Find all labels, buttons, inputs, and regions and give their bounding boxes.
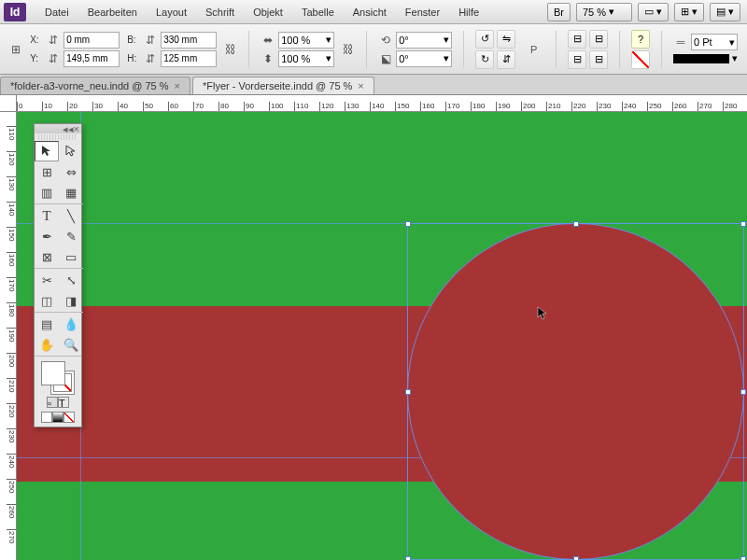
selection-handle[interactable]: [405, 221, 411, 227]
selection-handle[interactable]: [740, 221, 746, 227]
tools-panel[interactable]: ◂◂ × ⊞ ⇔ ▥ ▦ T ╲ ✒ ✎ ⊠ ▭ ✂ ⤡ ◫ ◨ ▤ 💧 ✋ 🔍…: [34, 123, 82, 427]
arrange-icon: ⊞: [681, 6, 689, 18]
stroke-style-dropdown[interactable]: [673, 54, 729, 63]
y-input[interactable]: [63, 50, 120, 67]
rotate-ccw-button[interactable]: ↺: [475, 30, 494, 49]
stepper-icon[interactable]: ⇵: [46, 51, 61, 66]
selection-handle[interactable]: [405, 556, 411, 560]
selection-handle[interactable]: [740, 389, 746, 395]
menu-layout[interactable]: Layout: [147, 3, 196, 21]
align-icon-3[interactable]: ⊟: [568, 50, 586, 69]
p-label: P: [530, 44, 537, 55]
page-tool[interactable]: ⊞: [35, 161, 59, 182]
gradient-feather-tool[interactable]: ◨: [59, 290, 83, 311]
selection-handle[interactable]: [740, 556, 746, 560]
stepper-icon[interactable]: ⇵: [143, 51, 158, 66]
ruler-tick: 30: [92, 102, 103, 111]
vertical-ruler[interactable]: 0 110 120 130 140 150 160 170 180 190 20…: [0, 112, 17, 560]
zoom-tool[interactable]: 🔍: [59, 334, 83, 355]
apply-none-button[interactable]: [63, 412, 75, 423]
hand-tool[interactable]: ✋: [35, 334, 59, 355]
selection-tool[interactable]: [35, 141, 59, 161]
menu-table[interactable]: Tabelle: [292, 3, 344, 21]
constrain-icon[interactable]: ⛓: [224, 42, 237, 57]
pen-tool[interactable]: ✒: [35, 226, 59, 246]
flip-h-button[interactable]: ⇋: [497, 30, 515, 49]
constrain-scale-icon[interactable]: ⛓: [342, 42, 355, 57]
align-icon-2[interactable]: ⊟: [589, 30, 608, 49]
panel-header[interactable]: ◂◂ ×: [35, 124, 81, 133]
ruler-origin[interactable]: [0, 95, 17, 112]
close-icon[interactable]: ×: [175, 80, 180, 91]
close-icon[interactable]: ×: [74, 123, 79, 134]
menu-file[interactable]: Datei: [35, 3, 78, 21]
flip-v-button[interactable]: ⇵: [497, 50, 515, 69]
rectangle-frame-tool[interactable]: ⊠: [35, 246, 59, 267]
reference-point-icon[interactable]: ⊞: [9, 42, 22, 57]
none-swatch[interactable]: [631, 50, 650, 69]
ruler-tick: 160: [420, 102, 434, 111]
bridge-button[interactable]: Br: [547, 3, 571, 21]
menu-help[interactable]: Hilfe: [449, 3, 488, 21]
ruler-tick: 160: [7, 252, 16, 266]
fill-stroke-swatches[interactable]: ▫ T: [35, 357, 81, 427]
arrange-button[interactable]: ⊞▾: [674, 3, 704, 21]
document-tab-2[interactable]: *Flyer - Vorderseite.indd @ 75 %×: [192, 77, 374, 94]
menu-edit[interactable]: Bearbeiten: [78, 3, 147, 21]
rotate-dropdown[interactable]: 0°▾: [396, 32, 452, 49]
shear-dropdown[interactable]: 0°▾: [396, 50, 452, 67]
horizontal-ruler[interactable]: 0 10 20 30 40 50 60 70 80 90 100 110 120…: [17, 95, 747, 112]
collapse-icon[interactable]: ◂◂: [63, 123, 74, 135]
canvas[interactable]: [17, 112, 747, 560]
h-input[interactable]: [161, 50, 217, 67]
ruler-tick: 220: [571, 102, 585, 111]
align-icon-1[interactable]: ⊟: [568, 30, 586, 49]
char-panel-p[interactable]: P: [523, 37, 544, 62]
workspace-button[interactable]: ▤▾: [710, 3, 740, 21]
stroke-weight-dropdown[interactable]: 0 Pt▾: [691, 34, 738, 50]
content-collector-tool[interactable]: ▥: [35, 182, 59, 203]
scale-y-icon: ⬍: [261, 51, 275, 66]
zoom-dropdown[interactable]: 75 %▾: [576, 3, 632, 21]
stepper-icon[interactable]: ⇵: [143, 33, 158, 48]
rotate-cw-button[interactable]: ↻: [475, 50, 494, 69]
scale-x-dropdown[interactable]: 100 %▾: [278, 32, 334, 49]
type-tool[interactable]: T: [35, 205, 59, 226]
rectangle-tool[interactable]: ▭: [59, 246, 83, 267]
view-mode-button[interactable]: ▭▾: [638, 3, 669, 21]
line-tool[interactable]: ╲: [59, 205, 83, 226]
pencil-tool[interactable]: ✎: [59, 226, 83, 246]
close-icon[interactable]: ×: [358, 80, 363, 91]
selection-handle[interactable]: [573, 221, 579, 227]
tab-label: *folder-a3-vorne_neu.indd @ 75 %: [10, 80, 169, 91]
formatting-container-button[interactable]: ▫: [47, 397, 58, 408]
apply-gradient-button[interactable]: [52, 412, 63, 423]
x-input[interactable]: [63, 32, 120, 49]
menu-window[interactable]: Fenster: [396, 3, 449, 21]
note-tool[interactable]: ▤: [35, 314, 59, 334]
gap-tool[interactable]: ⇔: [59, 161, 83, 182]
selection-handle[interactable]: [405, 389, 411, 395]
selection-handle[interactable]: [573, 556, 579, 560]
document-tab-1[interactable]: *folder-a3-vorne_neu.indd @ 75 %×: [0, 77, 190, 94]
panel-grip[interactable]: [38, 134, 78, 140]
menu-object[interactable]: Objekt: [244, 3, 292, 21]
menu-type[interactable]: Schrift: [196, 3, 244, 21]
ruler-tick: 170: [445, 102, 459, 111]
stepper-icon[interactable]: ⇵: [46, 33, 61, 48]
stroke-weight-value: 0 Pt: [694, 36, 712, 48]
w-input[interactable]: [161, 32, 217, 49]
scale-y-dropdown[interactable]: 100 %▾: [278, 50, 334, 67]
fill-swatch[interactable]: [41, 361, 65, 385]
menu-view[interactable]: Ansicht: [344, 3, 396, 21]
scissors-tool[interactable]: ✂: [35, 270, 59, 290]
help-button[interactable]: ?: [631, 30, 650, 49]
free-transform-tool[interactable]: ⤡: [59, 270, 83, 290]
formatting-text-button[interactable]: T: [58, 397, 69, 408]
gradient-swatch-tool[interactable]: ◫: [35, 290, 59, 311]
content-placer-tool[interactable]: ▦: [59, 182, 83, 203]
eyedropper-tool[interactable]: 💧: [59, 314, 83, 334]
apply-color-button[interactable]: [41, 412, 52, 423]
align-icon-4[interactable]: ⊟: [589, 50, 608, 69]
direct-selection-tool[interactable]: [59, 141, 83, 161]
